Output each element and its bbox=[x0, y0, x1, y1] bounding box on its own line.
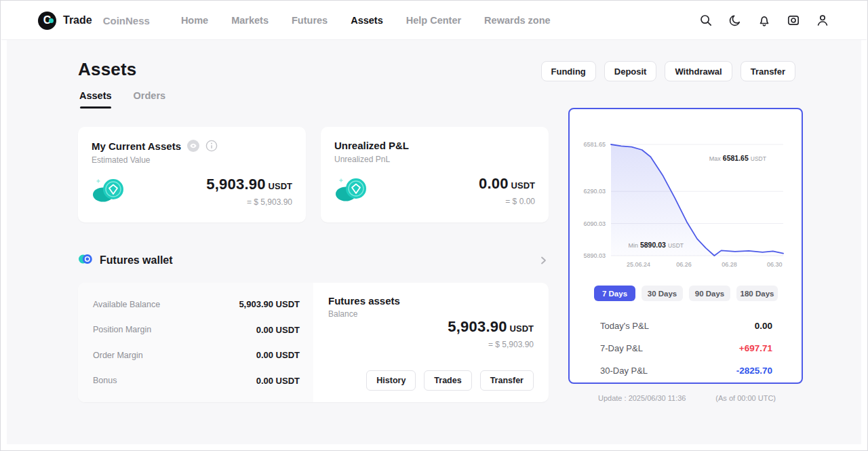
futures-assets-title: Futures assets bbox=[328, 295, 534, 307]
balance-row-value: 5,903.90 USDT bbox=[239, 299, 300, 309]
futures-assets-section: Futures assets Balance 5,903.90USDT = $ … bbox=[313, 283, 549, 402]
futures-wallet-title: Futures wallet bbox=[100, 254, 173, 267]
svg-text:6290.03: 6290.03 bbox=[583, 188, 606, 195]
update-info-row: Update : 2025/06/30 11:36 (As of 00:00 U… bbox=[568, 394, 803, 402]
current-assets-unit: USDT bbox=[269, 181, 292, 191]
rewards-card-icon[interactable] bbox=[786, 13, 801, 28]
range-30-days[interactable]: 30 Days bbox=[642, 286, 683, 301]
svg-text:6581.65: 6581.65 bbox=[583, 141, 606, 148]
nav-item-home[interactable]: Home bbox=[181, 15, 208, 26]
brand-coinness[interactable]: CoinNess bbox=[103, 15, 150, 26]
transfer-small-button[interactable]: Transfer bbox=[480, 370, 534, 391]
svg-text:06.28: 06.28 bbox=[722, 261, 737, 268]
pnl-line-chart: 6581.656290.036090.035890.0325.06.2406.2… bbox=[580, 132, 790, 272]
svg-text:06.26: 06.26 bbox=[676, 261, 692, 268]
pnl-stat-value-1: +697.71 bbox=[739, 343, 772, 353]
deposit-button[interactable]: Deposit bbox=[604, 61, 657, 81]
withdrawal-button[interactable]: Withdrawal bbox=[665, 61, 732, 81]
current-assets-title: My Current Assets bbox=[92, 140, 181, 152]
futures-wallet-coins-icon bbox=[78, 253, 93, 268]
order-margin-row: Order Margin 0.00 USDT bbox=[93, 350, 300, 360]
main-content: Assets Funding Deposit Withdrawal Transf… bbox=[7, 40, 861, 444]
pnl-chart-area: 6581.656290.036090.035890.0325.06.2406.2… bbox=[580, 132, 791, 275]
range-90-days[interactable]: 90 Days bbox=[689, 286, 730, 301]
futures-wallet-balances: Available Balance 5,903.90 USDT Position… bbox=[78, 283, 313, 402]
search-icon[interactable] bbox=[698, 13, 713, 28]
info-icon[interactable] bbox=[205, 140, 218, 152]
dark-mode-moon-icon[interactable] bbox=[728, 13, 743, 28]
unrealized-pnl-card: Unrealized P&L Unrealized PnL bbox=[321, 127, 549, 222]
bonus-label: Bonus bbox=[93, 376, 117, 385]
svg-text:25.06.24: 25.06.24 bbox=[627, 261, 650, 268]
page-title: Assets bbox=[78, 59, 136, 80]
nav-item-rewards-zone[interactable]: Rewards zone bbox=[484, 15, 551, 26]
pnl-stat-label-0: Today's P&L bbox=[600, 321, 649, 331]
position-margin-label: Position Margin bbox=[93, 325, 151, 334]
nav-icon-group bbox=[698, 13, 830, 28]
bonus-value: 0.00 USDT bbox=[256, 376, 300, 386]
unrealized-pnl-subtitle: Unrealized PnL bbox=[334, 155, 535, 164]
pnl-stat-value-0: 0.00 bbox=[755, 321, 772, 331]
balance-row-label: Available Balance bbox=[93, 300, 160, 309]
history-button[interactable]: History bbox=[366, 370, 416, 391]
svg-text:Max6581.65USDT: Max6581.65USDT bbox=[709, 154, 766, 162]
chevron-right-icon[interactable] bbox=[538, 255, 549, 266]
pnl-stat-label-1: 7-Day P&L bbox=[600, 343, 643, 353]
svg-text:6090.03: 6090.03 bbox=[583, 220, 606, 227]
trades-button[interactable]: Trades bbox=[424, 370, 471, 391]
futures-assets-value: 5,903.90 bbox=[448, 318, 507, 335]
wallet-action-buttons: Funding Deposit Withdrawal Transfer bbox=[541, 61, 795, 81]
position-margin-value: 0.00 USDT bbox=[256, 325, 300, 335]
assets-tabs: Assets Orders bbox=[79, 90, 165, 109]
todays-pnl-row: Today's P&L 0.00 bbox=[600, 315, 772, 337]
order-margin-label: Order Margin bbox=[93, 351, 143, 360]
hide-balance-eye-icon[interactable] bbox=[187, 140, 199, 152]
update-timestamp: Update : 2025/06/30 11:36 bbox=[598, 394, 686, 402]
unrealized-pnl-value: 0.00 bbox=[479, 175, 509, 192]
range-selector: 7 Days 30 Days 90 Days 180 Days bbox=[594, 286, 778, 301]
funding-button[interactable]: Funding bbox=[541, 61, 596, 81]
coinness-logo[interactable]: C bbox=[38, 12, 56, 30]
futures-assets-usd: = $ 5,903.90 bbox=[448, 340, 534, 349]
svg-text:Min5890.03USDT: Min5890.03USDT bbox=[628, 241, 684, 249]
pnl-stats: Today's P&L 0.00 7-Day P&L +697.71 30-Da… bbox=[600, 315, 772, 382]
top-navbar: C Trade CoinNess Home Markets Futures As… bbox=[1, 1, 867, 40]
main-nav: Home Markets Futures Assets Help Center … bbox=[181, 15, 551, 26]
bonus-row: Bonus 0.00 USDT bbox=[93, 376, 300, 386]
futures-assets-subtitle: Balance bbox=[328, 309, 534, 319]
asof-label: (As of 00:00 UTC) bbox=[715, 394, 776, 402]
futures-assets-unit: USDT bbox=[510, 323, 534, 334]
logo-accent-dot bbox=[49, 18, 54, 23]
coin-stack-icon bbox=[334, 176, 370, 205]
summary-cards-row: My Current Assets bbox=[78, 127, 549, 222]
svg-text:5890.03: 5890.03 bbox=[583, 252, 606, 259]
tab-assets[interactable]: Assets bbox=[79, 90, 112, 109]
brand-trade: Trade bbox=[63, 14, 92, 26]
tab-orders[interactable]: Orders bbox=[134, 90, 166, 109]
order-margin-value: 0.00 USDT bbox=[256, 350, 300, 360]
unrealized-pnl-unit: USDT bbox=[511, 180, 535, 191]
pnl-stat-label-2: 30-Day P&L bbox=[600, 366, 648, 376]
30-day-pnl-row: 30-Day P&L -2825.70 bbox=[600, 359, 772, 382]
range-7-days[interactable]: 7 Days bbox=[594, 286, 635, 301]
nav-item-assets[interactable]: Assets bbox=[351, 15, 383, 26]
nav-item-markets[interactable]: Markets bbox=[231, 15, 269, 26]
current-assets-value: 5,903.90 bbox=[206, 176, 265, 193]
futures-wallet-card: Available Balance 5,903.90 USDT Position… bbox=[78, 283, 549, 402]
nav-item-futures[interactable]: Futures bbox=[292, 15, 328, 26]
futures-wallet-header[interactable]: Futures wallet bbox=[78, 253, 549, 268]
current-assets-card: My Current Assets bbox=[78, 127, 306, 222]
current-assets-usd: = $ 5,903.90 bbox=[206, 197, 292, 207]
pnl-chart-panel[interactable]: 6581.656290.036090.035890.0325.06.2406.2… bbox=[568, 108, 803, 384]
nav-item-help-center[interactable]: Help Center bbox=[406, 15, 461, 26]
futures-assets-buttons: History Trades Transfer bbox=[366, 370, 534, 391]
coin-stack-icon bbox=[92, 177, 127, 205]
notification-bell-icon[interactable] bbox=[757, 13, 772, 28]
unrealized-pnl-title: Unrealized P&L bbox=[334, 140, 409, 151]
7-day-pnl-row: 7-Day P&L +697.71 bbox=[600, 337, 772, 359]
profile-icon[interactable] bbox=[815, 13, 830, 28]
position-margin-row: Position Margin 0.00 USDT bbox=[93, 325, 300, 335]
svg-text:06.30: 06.30 bbox=[767, 261, 783, 268]
range-180-days[interactable]: 180 Days bbox=[736, 286, 778, 301]
transfer-button[interactable]: Transfer bbox=[741, 61, 795, 81]
